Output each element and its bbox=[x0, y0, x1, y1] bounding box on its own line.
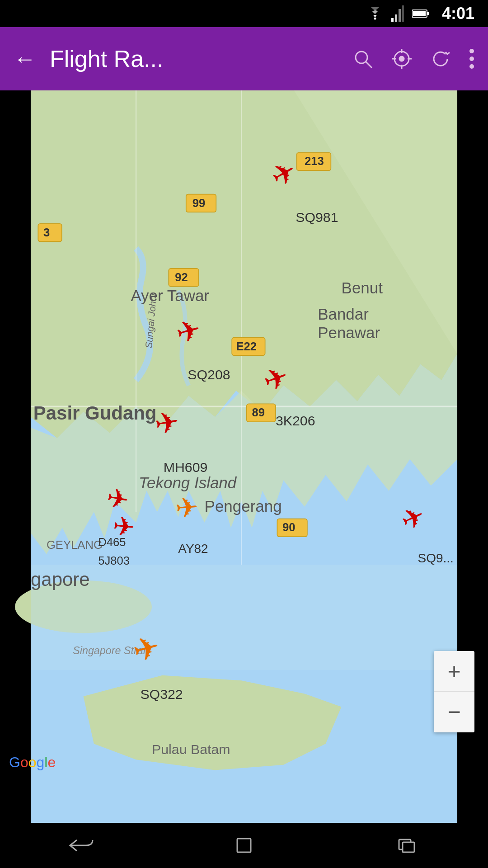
svg-text:Pasir Gudang: Pasir Gudang bbox=[33, 402, 157, 424]
signal-icon bbox=[391, 5, 404, 22]
svg-text:SQ208: SQ208 bbox=[188, 367, 230, 382]
svg-text:E22: E22 bbox=[236, 340, 257, 353]
location-icon[interactable] bbox=[391, 48, 412, 69]
svg-text:SQ981: SQ981 bbox=[296, 210, 338, 225]
map-container[interactable]: Sungai Johor Singapore Strait Pulau Bata… bbox=[0, 90, 488, 823]
svg-text:3: 3 bbox=[43, 226, 50, 239]
svg-rect-1 bbox=[391, 18, 394, 22]
svg-rect-70 bbox=[403, 842, 414, 852]
svg-point-16 bbox=[469, 49, 474, 53]
google-logo: Google bbox=[9, 754, 56, 771]
svg-text:99: 99 bbox=[192, 197, 206, 209]
svg-rect-40 bbox=[38, 224, 61, 242]
svg-text:Pulau Batam: Pulau Batam bbox=[152, 742, 230, 757]
svg-text:SQ322: SQ322 bbox=[140, 687, 183, 702]
back-button[interactable]: ← bbox=[14, 46, 36, 72]
svg-rect-6 bbox=[413, 11, 426, 16]
nav-recents-button[interactable] bbox=[380, 827, 434, 863]
svg-text:SQ9...: SQ9... bbox=[418, 551, 454, 565]
status-time: 4:01 bbox=[442, 4, 474, 23]
svg-point-8 bbox=[356, 52, 367, 63]
more-icon[interactable] bbox=[469, 48, 474, 69]
svg-text:Benut: Benut bbox=[342, 279, 383, 297]
svg-text:D465: D465 bbox=[98, 536, 126, 548]
svg-rect-3 bbox=[399, 9, 401, 22]
status-icons: 4:01 bbox=[367, 4, 474, 23]
svg-text:Pengerang: Pengerang bbox=[205, 497, 282, 515]
svg-text:89: 89 bbox=[252, 406, 265, 419]
nav-bar bbox=[0, 823, 488, 868]
svg-text:90: 90 bbox=[282, 521, 296, 533]
svg-line-9 bbox=[366, 62, 372, 68]
svg-text:MH609: MH609 bbox=[164, 460, 208, 475]
app-bar: ← Flight Ra... bbox=[0, 27, 488, 90]
svg-text:92: 92 bbox=[175, 271, 188, 283]
svg-text:✈: ✈ bbox=[174, 491, 200, 524]
zoom-controls: + − bbox=[434, 651, 474, 732]
zoom-out-button[interactable]: − bbox=[434, 692, 474, 732]
svg-text:213: 213 bbox=[305, 155, 324, 167]
svg-text:AY82: AY82 bbox=[178, 542, 208, 556]
svg-point-18 bbox=[469, 64, 474, 69]
svg-text:Ayer Tawar: Ayer Tawar bbox=[131, 287, 209, 304]
svg-rect-68 bbox=[237, 839, 251, 852]
status-bar: 4:01 bbox=[0, 0, 488, 27]
svg-rect-7 bbox=[427, 12, 429, 15]
svg-text:5J803: 5J803 bbox=[98, 554, 130, 567]
svg-text:Tekong Island: Tekong Island bbox=[139, 474, 237, 491]
svg-text:GEYLANG: GEYLANG bbox=[47, 538, 103, 551]
svg-text:3K206: 3K206 bbox=[276, 413, 315, 428]
refresh-icon[interactable] bbox=[430, 48, 451, 69]
svg-rect-4 bbox=[402, 5, 404, 22]
svg-point-17 bbox=[469, 57, 474, 61]
map-svg: Sungai Johor Singapore Strait Pulau Bata… bbox=[0, 90, 488, 823]
svg-text:gapore: gapore bbox=[31, 569, 90, 590]
zoom-in-button[interactable]: + bbox=[434, 651, 474, 692]
svg-text:Penawar: Penawar bbox=[318, 324, 380, 341]
search-icon[interactable] bbox=[352, 48, 373, 69]
nav-home-button[interactable] bbox=[217, 827, 271, 863]
nav-back-button[interactable] bbox=[54, 827, 108, 863]
wifi-icon bbox=[367, 7, 383, 20]
app-title: Flight Ra... bbox=[50, 45, 339, 72]
app-bar-icons bbox=[352, 48, 474, 69]
svg-text:Bandar: Bandar bbox=[318, 305, 369, 323]
svg-point-11 bbox=[399, 57, 404, 61]
svg-rect-2 bbox=[395, 14, 397, 22]
svg-point-0 bbox=[374, 18, 376, 20]
battery-icon bbox=[412, 9, 429, 19]
